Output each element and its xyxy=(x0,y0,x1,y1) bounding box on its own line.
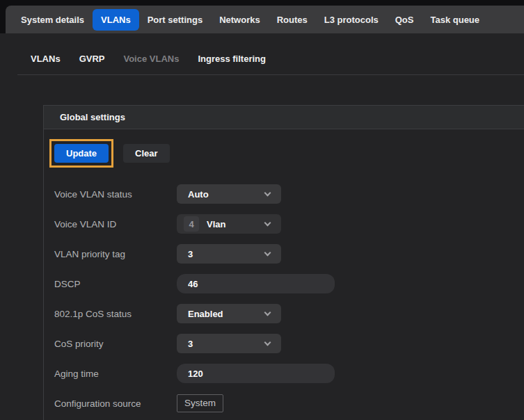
global-settings-panel: Global settings Update Clear Voice VLAN … xyxy=(43,105,524,420)
field-row-vlan-priority-tag: VLAN priority tag 3 xyxy=(44,244,524,264)
field-label: Voice VLAN ID xyxy=(54,219,177,229)
sub-nav-divider: VLANs GVRP Voice VLANs Ingress filtering xyxy=(17,33,524,75)
chevron-down-icon xyxy=(264,309,271,316)
field-label: Configuration source xyxy=(54,398,177,409)
voice-vlan-status-select[interactable]: Auto xyxy=(177,184,281,204)
nav-tab-l3-protocols[interactable]: L3 protocols xyxy=(316,9,387,31)
update-button[interactable]: Update xyxy=(54,144,109,163)
field-label: 802.1p CoS status xyxy=(54,309,177,319)
select-value: Enabled xyxy=(188,309,223,319)
field-label: Voice VLAN status xyxy=(54,189,177,200)
voice-vlan-id-select[interactable]: 4 Vlan xyxy=(177,214,281,234)
nav-tab-routes[interactable]: Routes xyxy=(269,9,316,31)
clear-button[interactable]: Clear xyxy=(123,144,170,163)
select-value: Auto xyxy=(188,189,209,200)
subnav-tab-vlans[interactable]: VLANs xyxy=(31,54,61,64)
configuration-source-value: System xyxy=(177,394,223,412)
subnav-tab-ingress-filtering[interactable]: Ingress filtering xyxy=(198,54,266,64)
select-value: Vlan xyxy=(207,219,225,229)
main-nav: System details VLANs Port settings Netwo… xyxy=(6,6,524,33)
chevron-down-icon xyxy=(264,220,271,227)
field-row-configuration-source: Configuration source System xyxy=(44,394,524,413)
cos-priority-select[interactable]: 3 xyxy=(177,334,281,353)
action-highlight: Update xyxy=(49,139,113,168)
field-label: CoS priority xyxy=(54,339,177,349)
nav-tab-vlans[interactable]: VLANs xyxy=(93,9,139,31)
field-row-aging-time: Aging time xyxy=(44,364,524,383)
aging-time-input[interactable] xyxy=(177,364,335,383)
chevron-down-icon xyxy=(264,190,271,197)
vlan-priority-tag-select[interactable]: 3 xyxy=(177,244,281,264)
field-label: Aging time xyxy=(54,369,177,379)
nav-tab-port-settings[interactable]: Port settings xyxy=(139,9,211,31)
nav-tab-qos[interactable]: QoS xyxy=(387,9,422,31)
vlan-id-chip: 4 xyxy=(184,216,199,232)
field-row-voice-vlan-id: Voice VLAN ID 4 Vlan xyxy=(44,214,524,234)
chevron-down-icon xyxy=(264,250,271,257)
cos-status-select[interactable]: Enabled xyxy=(177,304,281,323)
field-label: VLAN priority tag xyxy=(54,249,177,259)
chevron-down-icon xyxy=(264,339,271,346)
nav-tab-system-details[interactable]: System details xyxy=(13,9,93,31)
nav-tab-networks[interactable]: Networks xyxy=(211,9,269,31)
field-row-dscp: DSCP xyxy=(44,274,524,293)
sub-nav: VLANs GVRP Voice VLANs Ingress filtering xyxy=(17,33,524,74)
field-row-voice-vlan-status: Voice VLAN status Auto xyxy=(44,184,524,204)
select-value: 3 xyxy=(188,249,193,259)
subnav-tab-gvrp[interactable]: GVRP xyxy=(79,54,105,64)
field-label: DSCP xyxy=(54,279,177,289)
panel-header: Global settings xyxy=(44,106,524,129)
select-value: 3 xyxy=(188,339,193,349)
subnav-tab-voice-vlans[interactable]: Voice VLANs xyxy=(123,54,179,64)
button-row: Update Clear xyxy=(49,139,524,168)
dscp-input[interactable] xyxy=(177,274,335,293)
panel-title: Global settings xyxy=(60,112,125,122)
nav-tab-task-queue[interactable]: Task queue xyxy=(422,9,488,31)
top-header: System details VLANs Port settings Netwo… xyxy=(0,0,524,33)
field-row-cos-status: 802.1p CoS status Enabled xyxy=(44,304,524,323)
field-row-cos-priority: CoS priority 3 xyxy=(44,334,524,353)
